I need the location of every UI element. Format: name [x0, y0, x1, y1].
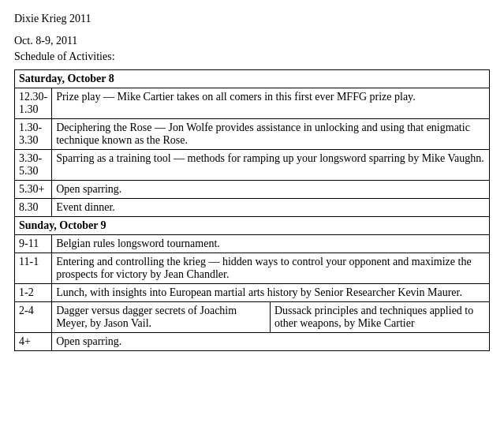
- event-right: Dussack principles and techniques applie…: [270, 302, 489, 333]
- table-row: 1-2Lunch, with insights into European ma…: [15, 284, 490, 302]
- schedule-table: Saturday, October 812.30- 1.30Prize play…: [14, 69, 490, 351]
- table-row: 2-4Dagger versus dagger secrets of Joach…: [15, 302, 490, 333]
- page-title: Dixie Krieg 2011: [14, 13, 490, 25]
- table-row: 12.30- 1.30Prize play — Mike Cartier tak…: [15, 88, 490, 119]
- table-row: 9-11Belgian rules longsword tournament.: [15, 235, 490, 253]
- time-cell: 8.30: [15, 199, 52, 217]
- time-cell: 5.30+: [15, 181, 52, 199]
- event-description: Prize play — Mike Cartier takes on all c…: [52, 88, 490, 119]
- event-description: Deciphering the Rose — Jon Wolfe provide…: [52, 119, 490, 150]
- time-cell: 1-2: [15, 284, 52, 302]
- schedule-label: Schedule of Activities:: [14, 51, 490, 63]
- time-cell: 11-1: [15, 253, 52, 284]
- event-description: Open sparring.: [52, 181, 490, 199]
- day-header: Saturday, October 8: [15, 70, 490, 88]
- time-cell: 12.30- 1.30: [15, 88, 52, 119]
- date-line: Oct. 8-9, 2011: [14, 35, 490, 47]
- event-description: Entering and controlling the krieg — hid…: [52, 253, 490, 284]
- table-row: 3.30- 5.30Sparring as a training tool — …: [15, 150, 490, 181]
- time-cell: 3.30- 5.30: [15, 150, 52, 181]
- table-row: 4+Open sparring.: [15, 333, 490, 351]
- time-cell: 2-4: [15, 302, 52, 333]
- event-description: Lunch, with insights into European marti…: [52, 284, 490, 302]
- table-row: 8.30Event dinner.: [15, 199, 490, 217]
- event-left: Dagger versus dagger secrets of Joachim …: [52, 302, 271, 333]
- table-row: 5.30+Open sparring.: [15, 181, 490, 199]
- event-description: Open sparring.: [52, 333, 490, 351]
- day-header: Sunday, October 9: [15, 217, 490, 235]
- time-cell: 9-11: [15, 235, 52, 253]
- event-description: Event dinner.: [52, 199, 490, 217]
- time-cell: 1.30- 3.30: [15, 119, 52, 150]
- event-description: Belgian rules longsword tournament.: [52, 235, 490, 253]
- table-row: 11-1Entering and controlling the krieg —…: [15, 253, 490, 284]
- event-description: Sparring as a training tool — methods fo…: [52, 150, 490, 181]
- table-row: 1.30- 3.30Deciphering the Rose — Jon Wol…: [15, 119, 490, 150]
- time-cell: 4+: [15, 333, 52, 351]
